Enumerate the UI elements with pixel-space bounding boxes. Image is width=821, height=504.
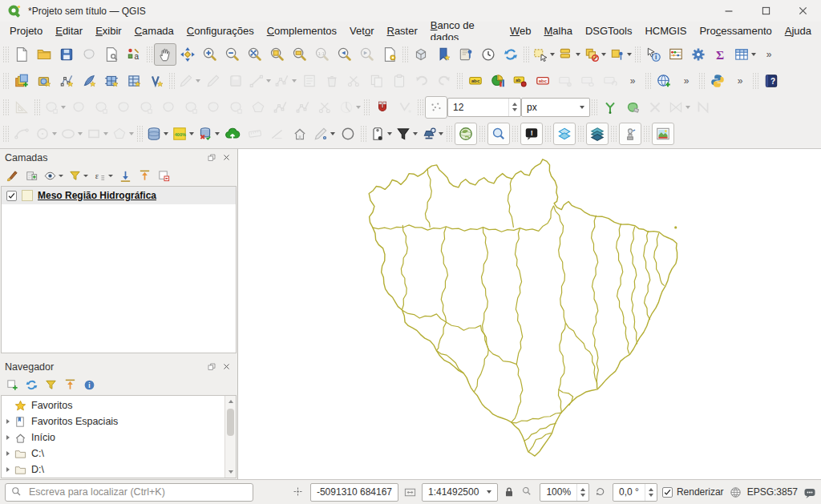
temporal-controller-button[interactable] (477, 43, 499, 66)
zoom-level-plugin-button[interactable]: 400% (170, 123, 196, 145)
avoid-overlap-button[interactable] (621, 96, 644, 119)
menu-editar[interactable]: Editar (49, 22, 89, 39)
filter-by-expression-button[interactable]: ε (91, 167, 115, 185)
locator-input[interactable] (27, 486, 248, 498)
expand-arrow-icon[interactable] (6, 419, 10, 424)
pan-to-selection-button[interactable] (176, 43, 199, 66)
mapflow-plugin-button[interactable] (553, 123, 576, 145)
toolbar-drag-handle[interactable] (545, 125, 551, 143)
draw-circle-tool-button[interactable] (337, 123, 359, 145)
coordinate-display[interactable]: -5091310 684167 (310, 483, 398, 502)
toolbar-drag-handle[interactable] (611, 125, 617, 143)
field-calculator-button[interactable]: Σ (710, 43, 732, 66)
toolbar-drag-handle[interactable] (592, 99, 597, 116)
new-geopackage-layer-button[interactable] (33, 70, 55, 92)
menu-raster[interactable]: Raster (380, 22, 423, 39)
toolbar-drag-handle[interactable] (364, 99, 370, 116)
toolbar-drag-handle[interactable] (644, 125, 649, 143)
identify-features-button[interactable]: i (642, 43, 665, 66)
new-temporary-scratch-layer-button[interactable] (100, 70, 123, 92)
browser-panel-close-icon[interactable] (220, 361, 233, 373)
toolbar-drag-handle[interactable] (34, 99, 40, 116)
menu-exibir[interactable]: Exibir (89, 22, 128, 39)
layer-symbol-swatch[interactable] (22, 190, 33, 201)
toolbar-drag-handle[interactable] (169, 72, 175, 90)
select-features-button[interactable] (531, 43, 556, 66)
menu-complementos[interactable]: Complementos (261, 22, 343, 39)
toolbar-drag-handle[interactable] (699, 72, 705, 90)
zoom-to-layer-button[interactable] (289, 43, 311, 66)
web-toolbar-overflow-button[interactable]: » (675, 70, 698, 92)
annotation-tool-button[interactable] (368, 123, 394, 145)
maximize-button[interactable] (747, 0, 784, 22)
help-contents-button[interactable]: ? (760, 70, 783, 92)
menu-hcmgis[interactable]: HCMGIS (638, 22, 693, 39)
select-by-form-button[interactable] (556, 43, 582, 66)
layers-panel-float-icon[interactable] (205, 152, 218, 163)
browser-item-favoritos-espaciais[interactable]: Favoritos Espaciais (2, 413, 224, 429)
menu-malha[interactable]: Malha (537, 22, 578, 39)
python-console-button[interactable] (706, 70, 729, 92)
new-mesh-layer-button[interactable] (123, 70, 145, 92)
new-project-button[interactable] (10, 43, 33, 66)
toolbar-drag-handle[interactable] (3, 99, 9, 116)
style-manager-button[interactable]: a (123, 43, 145, 66)
toolbar-drag-handle[interactable] (147, 46, 152, 63)
layer-diagram-options-button[interactable] (487, 70, 509, 92)
add-group-button[interactable] (22, 167, 40, 185)
scrollbar-thumb[interactable] (227, 409, 234, 436)
toolbar-drag-handle[interactable] (635, 46, 641, 63)
layout-manager-button[interactable] (100, 43, 123, 66)
monument-plugin-button[interactable] (619, 123, 641, 145)
toolbar-overflow-button[interactable]: » (758, 43, 780, 66)
highlight-pinned-labels-button[interactable]: abc (532, 70, 554, 92)
toolbar-drag-handle[interactable] (753, 72, 758, 90)
browser-panel-float-icon[interactable] (205, 361, 218, 373)
topological-editing-button[interactable] (599, 96, 621, 119)
lupa-plugin-button[interactable] (487, 123, 510, 145)
upload-to-cloud-button[interactable] (221, 123, 244, 145)
new-spatial-bookmark-button[interactable] (432, 43, 455, 66)
processing-toolbox-button[interactable] (687, 43, 710, 66)
refresh-map-button[interactable] (499, 43, 522, 66)
manage-map-themes-button[interactable] (42, 167, 65, 185)
toolbar-drag-handle[interactable] (645, 72, 651, 90)
extents-toggle-icon[interactable] (403, 486, 417, 499)
new-map-view-button[interactable] (378, 43, 401, 66)
close-button[interactable] (784, 0, 821, 22)
label-toolbar-overflow-button[interactable]: » (621, 70, 644, 92)
filter-browser-button[interactable] (42, 377, 59, 394)
layers-plugin-button[interactable] (586, 123, 609, 145)
pin-labels-button[interactable]: ab (509, 70, 532, 92)
collapse-all-browser-button[interactable] (61, 377, 79, 394)
zoom-in-button[interactable] (199, 43, 221, 66)
expand-arrow-icon[interactable] (6, 435, 10, 440)
menu-processamento[interactable]: Processamento (693, 22, 778, 39)
feedback-plugin-button[interactable]: ! (520, 123, 543, 145)
layer-item[interactable]: Meso Região Hidrográfica (2, 187, 236, 204)
menu-web[interactable]: Web (504, 22, 538, 39)
new-shapefile-layer-button[interactable] (55, 70, 78, 92)
new-virtual-layer-button[interactable] (145, 70, 168, 92)
zoom-last-button[interactable] (334, 43, 356, 66)
raster-plugin-button[interactable] (652, 123, 674, 145)
collapse-all-button[interactable] (135, 167, 153, 185)
locator-search[interactable] (5, 483, 253, 502)
snapping-units-combo[interactable]: px (521, 98, 590, 117)
expand-arrow-icon[interactable] (6, 467, 10, 472)
filter-legend-button[interactable] (394, 123, 419, 145)
browser-item-favoritos[interactable]: Favoritos (2, 397, 224, 413)
select-by-location-button[interactable] (608, 43, 633, 66)
layer-name[interactable]: Meso Região Hidrográfica (38, 190, 156, 201)
render-checkbox-box[interactable] (662, 487, 673, 498)
menu-configurações[interactable]: Configurações (180, 22, 261, 39)
menu-ajuda[interactable]: Ajuda (779, 22, 818, 39)
quickmapservices-button[interactable] (653, 70, 675, 92)
zoom-out-button[interactable] (221, 43, 244, 66)
expand-all-button[interactable] (116, 167, 134, 185)
expand-arrow-icon[interactable] (6, 451, 10, 456)
browser-item-d-[interactable]: D:\ (2, 462, 224, 478)
toolbar-drag-handle[interactable] (137, 125, 143, 143)
save-project-as-button[interactable] (78, 43, 100, 66)
menu-projeto[interactable]: Projeto (3, 22, 49, 39)
